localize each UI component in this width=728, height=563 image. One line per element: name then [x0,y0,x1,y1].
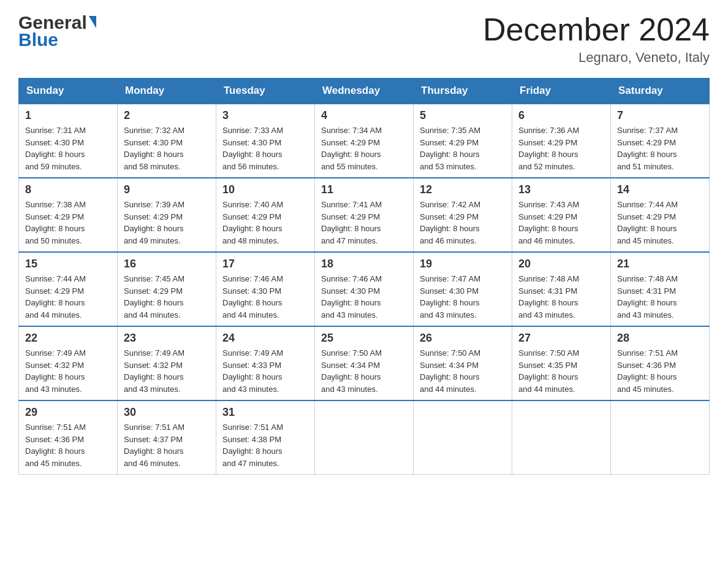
day-info: Sunrise: 7:47 AMSunset: 4:30 PMDaylight:… [420,273,506,321]
day-number: 22 [25,332,111,345]
day-info: Sunrise: 7:37 AMSunset: 4:29 PMDaylight:… [617,124,703,172]
day-info: Sunrise: 7:51 AMSunset: 4:36 PMDaylight:… [25,421,111,469]
day-number: 5 [420,109,506,122]
day-cell [611,400,710,475]
day-number: 23 [124,332,210,345]
day-cell: 25Sunrise: 7:50 AMSunset: 4:34 PMDayligh… [315,326,414,400]
logo: General Blue [18,12,96,50]
day-cell: 18Sunrise: 7:46 AMSunset: 4:30 PMDayligh… [315,252,414,326]
day-info: Sunrise: 7:38 AMSunset: 4:29 PMDaylight:… [25,199,111,247]
day-cell: 12Sunrise: 7:42 AMSunset: 4:29 PMDayligh… [414,178,512,252]
day-cell: 11Sunrise: 7:41 AMSunset: 4:29 PMDayligh… [315,178,414,252]
day-cell: 5Sunrise: 7:35 AMSunset: 4:29 PMDaylight… [414,104,512,178]
day-number: 9 [124,183,210,196]
day-cell: 26Sunrise: 7:50 AMSunset: 4:34 PMDayligh… [414,326,512,400]
col-wednesday: Wednesday [315,79,414,104]
logo-triangle-icon [89,16,96,28]
day-cell: 22Sunrise: 7:49 AMSunset: 4:32 PMDayligh… [19,326,118,400]
day-info: Sunrise: 7:51 AMSunset: 4:36 PMDaylight:… [617,347,703,395]
day-cell: 29Sunrise: 7:51 AMSunset: 4:36 PMDayligh… [19,400,118,475]
day-number: 15 [25,258,111,270]
title-section: December 2024 Legnaro, Veneto, Italy [483,12,710,66]
day-number: 26 [420,332,506,345]
day-info: Sunrise: 7:44 AMSunset: 4:29 PMDaylight:… [25,273,111,321]
day-cell: 28Sunrise: 7:51 AMSunset: 4:36 PMDayligh… [611,326,710,400]
day-info: Sunrise: 7:36 AMSunset: 4:29 PMDaylight:… [518,124,604,172]
day-number: 24 [222,332,308,345]
day-info: Sunrise: 7:50 AMSunset: 4:34 PMDaylight:… [420,347,506,395]
day-number: 29 [25,406,111,419]
week-row-4: 22Sunrise: 7:49 AMSunset: 4:32 PMDayligh… [19,326,710,400]
day-cell: 19Sunrise: 7:47 AMSunset: 4:30 PMDayligh… [414,252,512,326]
calendar-body: 1Sunrise: 7:31 AMSunset: 4:30 PMDaylight… [19,104,710,475]
day-number: 30 [124,406,210,419]
day-number: 27 [518,332,604,345]
page-header: General Blue December 2024 Legnaro, Vene… [18,12,710,66]
day-cell [512,400,611,475]
day-info: Sunrise: 7:48 AMSunset: 4:31 PMDaylight:… [617,273,703,321]
day-info: Sunrise: 7:42 AMSunset: 4:29 PMDaylight:… [420,199,506,247]
col-monday: Monday [118,79,216,104]
col-friday: Friday [512,79,611,104]
day-info: Sunrise: 7:49 AMSunset: 4:32 PMDaylight:… [25,347,111,395]
day-number: 21 [617,258,703,270]
day-info: Sunrise: 7:43 AMSunset: 4:29 PMDaylight:… [518,199,604,247]
day-info: Sunrise: 7:44 AMSunset: 4:29 PMDaylight:… [617,199,703,247]
day-cell: 7Sunrise: 7:37 AMSunset: 4:29 PMDaylight… [611,104,710,178]
day-info: Sunrise: 7:51 AMSunset: 4:37 PMDaylight:… [124,421,210,469]
day-number: 4 [321,109,407,122]
day-cell: 2Sunrise: 7:32 AMSunset: 4:30 PMDaylight… [118,104,216,178]
day-cell: 14Sunrise: 7:44 AMSunset: 4:29 PMDayligh… [611,178,710,252]
day-number: 11 [321,183,407,196]
day-info: Sunrise: 7:51 AMSunset: 4:38 PMDaylight:… [222,421,308,469]
day-cell [414,400,512,475]
day-number: 1 [25,109,111,122]
week-row-1: 1Sunrise: 7:31 AMSunset: 4:30 PMDaylight… [19,104,710,178]
day-number: 7 [617,109,703,122]
day-number: 10 [222,183,308,196]
day-info: Sunrise: 7:35 AMSunset: 4:29 PMDaylight:… [420,124,506,172]
day-number: 28 [617,332,703,345]
day-number: 18 [321,258,407,270]
day-number: 19 [420,258,506,270]
day-number: 31 [222,406,308,419]
calendar-table: Sunday Monday Tuesday Wednesday Thursday… [18,78,710,475]
day-info: Sunrise: 7:33 AMSunset: 4:30 PMDaylight:… [222,124,308,172]
day-cell: 20Sunrise: 7:48 AMSunset: 4:31 PMDayligh… [512,252,611,326]
day-cell: 10Sunrise: 7:40 AMSunset: 4:29 PMDayligh… [216,178,315,252]
week-row-5: 29Sunrise: 7:51 AMSunset: 4:36 PMDayligh… [19,400,710,475]
day-cell: 1Sunrise: 7:31 AMSunset: 4:30 PMDaylight… [19,104,118,178]
day-info: Sunrise: 7:45 AMSunset: 4:29 PMDaylight:… [124,273,210,321]
day-cell [315,400,414,475]
col-sunday: Sunday [19,79,118,104]
day-number: 17 [222,258,308,270]
day-cell: 8Sunrise: 7:38 AMSunset: 4:29 PMDaylight… [19,178,118,252]
day-cell: 27Sunrise: 7:50 AMSunset: 4:35 PMDayligh… [512,326,611,400]
logo-blue-text: Blue [18,29,96,50]
calendar-header: Sunday Monday Tuesday Wednesday Thursday… [19,79,710,104]
day-number: 14 [617,183,703,196]
week-row-2: 8Sunrise: 7:38 AMSunset: 4:29 PMDaylight… [19,178,710,252]
day-number: 6 [518,109,604,122]
day-number: 12 [420,183,506,196]
day-cell: 3Sunrise: 7:33 AMSunset: 4:30 PMDaylight… [216,104,315,178]
day-cell: 24Sunrise: 7:49 AMSunset: 4:33 PMDayligh… [216,326,315,400]
day-cell: 4Sunrise: 7:34 AMSunset: 4:29 PMDaylight… [315,104,414,178]
day-cell: 23Sunrise: 7:49 AMSunset: 4:32 PMDayligh… [118,326,216,400]
col-saturday: Saturday [611,79,710,104]
day-number: 13 [518,183,604,196]
day-info: Sunrise: 7:49 AMSunset: 4:33 PMDaylight:… [222,347,308,395]
day-cell: 16Sunrise: 7:45 AMSunset: 4:29 PMDayligh… [118,252,216,326]
day-number: 16 [124,258,210,270]
week-row-3: 15Sunrise: 7:44 AMSunset: 4:29 PMDayligh… [19,252,710,326]
day-info: Sunrise: 7:40 AMSunset: 4:29 PMDaylight:… [222,199,308,247]
col-thursday: Thursday [414,79,512,104]
day-number: 8 [25,183,111,196]
col-tuesday: Tuesday [216,79,315,104]
day-info: Sunrise: 7:49 AMSunset: 4:32 PMDaylight:… [124,347,210,395]
month-title: December 2024 [483,12,710,47]
day-cell: 9Sunrise: 7:39 AMSunset: 4:29 PMDaylight… [118,178,216,252]
location-text: Legnaro, Veneto, Italy [483,50,710,66]
day-info: Sunrise: 7:41 AMSunset: 4:29 PMDaylight:… [321,199,407,247]
day-number: 25 [321,332,407,345]
